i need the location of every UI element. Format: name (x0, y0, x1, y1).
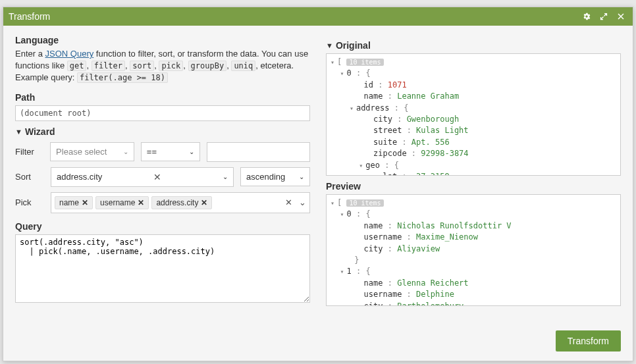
original-json-view[interactable]: ▾[ 10 items ▾0 : { id : 1071 name : Lean… (326, 53, 621, 176)
chevron-down-icon: ⌄ (299, 197, 306, 207)
language-description: Enter a JSON Query function to filter, s… (15, 48, 310, 84)
modal-footer: Transform (3, 325, 633, 361)
clear-all-pick-icon[interactable]: ✕ (285, 197, 292, 207)
sort-field-select[interactable]: address.city ✕ ⌄ (51, 167, 234, 187)
filter-field-select[interactable]: Please select ⌄ (50, 142, 134, 161)
collapse-icon[interactable]: ▾ (340, 69, 346, 79)
chip-remove-icon[interactable]: ✕ (82, 198, 88, 207)
clear-sort-icon[interactable]: ✕ (153, 172, 161, 182)
chevron-down-icon: ⌄ (184, 148, 194, 155)
caret-down-icon: ▼ (326, 41, 333, 49)
left-column: Language Enter a JSON Query function to … (15, 35, 310, 319)
collapse-icon[interactable]: ▾ (340, 267, 346, 277)
wizard-section-toggle[interactable]: ▼ Wizard (15, 126, 310, 137)
chevron-down-icon: ⌄ (294, 173, 304, 180)
original-section-toggle[interactable]: ▼ Original (326, 40, 621, 51)
caret-down-icon: ▼ (15, 128, 22, 136)
pick-row: Pick name✕ username✕ address.city✕ ✕⌄ (15, 192, 310, 213)
pick-chip: username✕ (95, 196, 149, 209)
path-input[interactable]: (document root) (15, 105, 310, 121)
collapse-icon[interactable]: ▾ (331, 199, 337, 209)
collapse-icon[interactable]: ▾ (359, 161, 365, 171)
filter-operator-select[interactable]: == ⌄ (141, 142, 200, 161)
preview-heading: Preview (326, 181, 621, 192)
filter-value-input[interactable] (207, 142, 310, 162)
query-heading: Query (15, 221, 310, 232)
right-column: ▼ Original ▾[ 10 items ▾0 : { id : 1071 … (326, 35, 621, 319)
pick-multiselect[interactable]: name✕ username✕ address.city✕ ✕⌄ (51, 192, 310, 213)
expand-icon[interactable] (597, 10, 610, 23)
language-heading: Language (15, 35, 310, 45)
sort-direction-select[interactable]: ascending ⌄ (240, 167, 310, 186)
pick-chip: address.city✕ (151, 196, 212, 209)
filter-row: Filter Please select ⌄ == ⌄ (15, 142, 310, 162)
titlebar-title: Transform (9, 11, 576, 22)
preview-json-view[interactable]: ▾[ 10 items ▾0 : { name : Nicholas Runol… (326, 194, 621, 306)
transform-button[interactable]: Transform (556, 330, 621, 351)
path-heading: Path (15, 92, 310, 103)
gear-icon[interactable] (580, 10, 593, 23)
chip-remove-icon[interactable]: ✕ (201, 198, 207, 207)
sort-label: Sort (15, 172, 44, 182)
item-count-badge: 10 items (346, 199, 383, 207)
item-count-badge: 10 items (346, 59, 383, 66)
collapse-icon[interactable]: ▾ (331, 58, 337, 68)
collapse-icon[interactable]: ▾ (350, 104, 356, 114)
modal-content: Language Enter a JSON Query function to … (3, 26, 633, 325)
pick-label: Pick (15, 197, 44, 207)
close-icon[interactable] (614, 10, 627, 23)
chevron-down-icon: ⌄ (118, 148, 128, 155)
sort-row: Sort address.city ✕ ⌄ ascending ⌄ (15, 167, 310, 187)
titlebar: Transform (3, 7, 633, 26)
pick-chip: name✕ (55, 196, 93, 209)
chip-remove-icon[interactable]: ✕ (138, 198, 144, 207)
transform-modal: Transform Language Enter a JSON Query fu… (3, 7, 633, 361)
query-textarea[interactable] (15, 234, 310, 303)
chevron-down-icon: ⌄ (217, 173, 228, 180)
collapse-icon[interactable]: ▾ (340, 210, 346, 220)
filter-label: Filter (15, 147, 43, 157)
json-query-link[interactable]: JSON Query (45, 49, 94, 59)
